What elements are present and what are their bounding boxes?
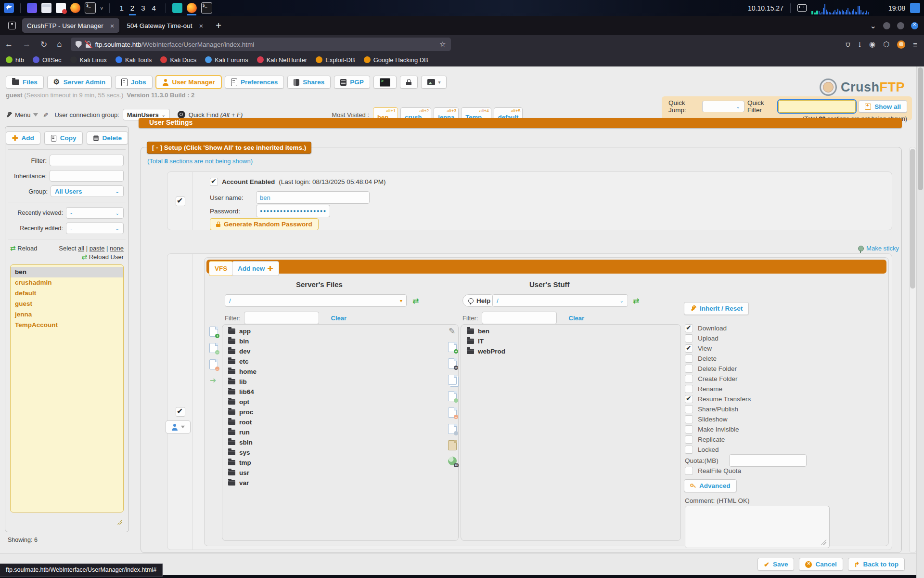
terminal-button[interactable] <box>373 76 397 89</box>
home-icon[interactable]: ⌂ <box>52 39 66 49</box>
folder-row[interactable]: bin <box>222 336 458 346</box>
terminal-running-icon[interactable] <box>201 2 212 13</box>
image-menu-button[interactable]: ▾ <box>421 76 447 89</box>
folder-row[interactable]: app <box>222 326 458 336</box>
quick-find-label[interactable]: Quick Find (Alt + F) <box>189 111 243 118</box>
bookmark-item[interactable]: Kali Docs <box>160 56 196 64</box>
folder-row[interactable]: lib <box>222 377 458 387</box>
file-action-icon[interactable] <box>448 424 457 434</box>
folder-row[interactable]: etc <box>222 356 458 367</box>
folder-row[interactable]: var <box>222 478 458 488</box>
permission-checkbox[interactable] <box>685 344 693 353</box>
add-user-button[interactable]: ✚Add <box>6 131 40 144</box>
forward-icon[interactable]: → <box>18 39 36 49</box>
crushftp-extension-icon[interactable] <box>897 40 905 49</box>
permission-checkbox[interactable] <box>685 435 693 444</box>
scrollbar-thumb[interactable] <box>918 67 923 190</box>
permission-checkbox[interactable] <box>685 385 693 393</box>
user-path-select[interactable]: /⌄ <box>492 294 628 307</box>
file-action-icon[interactable] <box>209 359 218 369</box>
user-list-item[interactable]: ben <box>11 267 123 277</box>
kali-menu-icon[interactable] <box>4 3 14 13</box>
clock[interactable]: 19:08 <box>888 4 905 12</box>
user-list-item[interactable]: crushadmin <box>11 277 123 288</box>
permission-checkbox[interactable] <box>685 324 693 332</box>
bookmark-item[interactable]: Kali Forums <box>205 56 248 64</box>
reload-user-link[interactable]: ⇄ Reload User <box>10 253 124 261</box>
folder-row[interactable]: tmp <box>222 458 458 468</box>
permission-checkbox[interactable] <box>685 425 693 434</box>
file-manager-icon[interactable] <box>41 3 51 13</box>
file-action-icon[interactable] <box>448 391 457 401</box>
permission-checkbox[interactable] <box>685 365 693 373</box>
realfile-quota-checkbox[interactable] <box>685 467 693 475</box>
list-resize-handle[interactable] <box>117 520 122 525</box>
bookmark-item[interactable]: Kali NetHunter <box>257 56 308 64</box>
show-all-button[interactable]: Show all <box>859 100 907 113</box>
firefox-view-icon[interactable] <box>5 19 19 32</box>
recently-edited-select[interactable]: -⌄ <box>66 223 124 234</box>
maximize-button[interactable] <box>897 22 904 29</box>
quick-filter-input[interactable] <box>778 100 856 113</box>
nav-button[interactable]: Preferences <box>225 76 284 89</box>
file-action-icon[interactable] <box>448 407 457 418</box>
menu-dropdown-icon[interactable] <box>33 113 38 117</box>
select-paste-link[interactable]: paste <box>90 245 105 252</box>
server-refresh-icon[interactable]: ⇄ <box>412 296 419 305</box>
close-window-button[interactable] <box>911 22 918 29</box>
menu-hamburger-icon[interactable]: ≡ <box>913 40 917 49</box>
server-filter-input[interactable] <box>244 312 319 324</box>
tab-close-icon[interactable]: × <box>110 22 115 30</box>
server-path-select[interactable]: /▾ <box>225 294 407 307</box>
panel-folder-icon[interactable] <box>910 3 920 13</box>
permission-checkbox[interactable] <box>685 334 693 342</box>
generate-password-button[interactable]: Generate Random Password <box>210 218 319 230</box>
file-action-icon[interactable] <box>448 358 457 368</box>
tab-close-icon[interactable]: × <box>199 22 203 30</box>
account-enabled-checkbox[interactable] <box>210 178 218 186</box>
user-filter-input[interactable] <box>50 155 124 166</box>
file-action-icon[interactable] <box>209 343 218 353</box>
browser-tab[interactable]: CrushFTP - User Manager × <box>22 18 119 33</box>
zap-app-icon[interactable] <box>172 3 182 13</box>
save-button[interactable]: ✔Save <box>757 558 794 571</box>
tab-vfs[interactable]: VFS <box>209 261 233 276</box>
permission-checkbox[interactable] <box>685 355 693 363</box>
minimize-button[interactable] <box>883 22 890 29</box>
folder-row[interactable]: IT <box>461 336 680 346</box>
inheritance-input[interactable] <box>50 170 124 182</box>
permission-checkbox[interactable] <box>685 375 693 383</box>
nav-button[interactable]: Shares <box>287 76 331 89</box>
tab-add-new[interactable]: Add new✚ <box>232 261 279 276</box>
bookmark-item[interactable]: Kali Linux <box>70 56 107 64</box>
reload-icon[interactable]: ↻ <box>36 39 52 50</box>
permission-checkbox[interactable] <box>685 395 693 403</box>
advanced-button[interactable]: Advanced <box>684 479 737 492</box>
file-action-icon[interactable] <box>448 440 457 450</box>
file-action-icon[interactable] <box>210 376 218 385</box>
account-section-checkbox[interactable] <box>176 197 185 206</box>
nav-button[interactable]: Server Admin <box>47 76 112 89</box>
workspace-button[interactable]: 4 <box>148 0 159 15</box>
nav-button[interactable]: PGP <box>334 76 370 89</box>
user-scope-button[interactable] <box>166 420 191 434</box>
downloads-icon[interactable]: ⭣ <box>858 40 861 49</box>
inherit-reset-button[interactable]: Inherit / Reset <box>684 302 749 315</box>
setup-header-badge[interactable]: [ - ] Setup (Click 'Show All' to see inh… <box>147 142 311 154</box>
nav-button[interactable]: Jobs <box>115 76 153 89</box>
nav-button[interactable]: Files <box>6 76 44 89</box>
nav-button[interactable]: User Manager <box>156 76 221 89</box>
make-sticky-link[interactable]: Make sticky <box>858 245 899 252</box>
folder-row[interactable]: dev <box>222 346 458 356</box>
folder-row[interactable]: run <box>222 427 458 437</box>
quick-jump-select[interactable]: ⌄ <box>702 101 744 112</box>
permission-checkbox[interactable] <box>685 405 693 413</box>
content-scrollbar[interactable] <box>909 147 916 553</box>
folder-row[interactable]: lib64 <box>222 387 458 397</box>
quick-find-icon[interactable] <box>178 111 185 118</box>
select-none-link[interactable]: none <box>110 245 124 252</box>
scrollbar-thumb[interactable] <box>910 149 915 289</box>
folder-row[interactable]: webProd <box>461 346 680 356</box>
pocket-icon[interactable]: ⩌ <box>846 40 850 49</box>
cancel-button[interactable]: Cancel <box>799 558 843 571</box>
